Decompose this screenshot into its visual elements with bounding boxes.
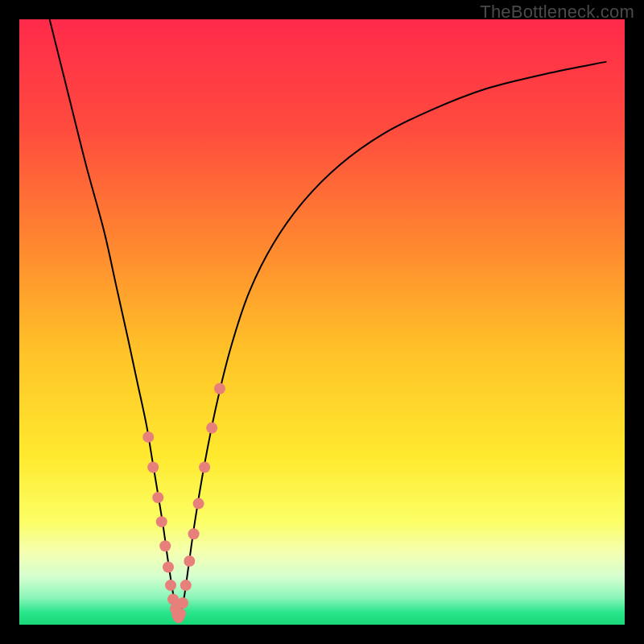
curve-marker xyxy=(159,540,171,551)
curve-marker xyxy=(199,461,210,473)
gradient-background xyxy=(19,19,625,625)
curve-marker xyxy=(167,593,179,605)
chart-svg xyxy=(19,19,625,625)
curve-marker xyxy=(147,461,159,473)
curve-marker xyxy=(163,562,174,573)
curve-marker xyxy=(193,498,204,510)
curve-marker xyxy=(180,580,192,591)
curve-marker xyxy=(188,528,200,539)
curve-marker xyxy=(206,423,217,434)
curve-marker xyxy=(184,555,195,567)
plot-area xyxy=(19,19,625,625)
curve-marker xyxy=(152,492,163,503)
curve-marker xyxy=(177,597,188,609)
chart-frame: TheBottleneck.com xyxy=(0,0,644,644)
watermark-text: TheBottleneck.com xyxy=(480,2,634,23)
curve-marker xyxy=(165,580,176,591)
curve-marker xyxy=(156,516,167,527)
curve-marker xyxy=(214,383,225,394)
curve-marker xyxy=(142,431,154,443)
curve-marker xyxy=(175,608,186,619)
